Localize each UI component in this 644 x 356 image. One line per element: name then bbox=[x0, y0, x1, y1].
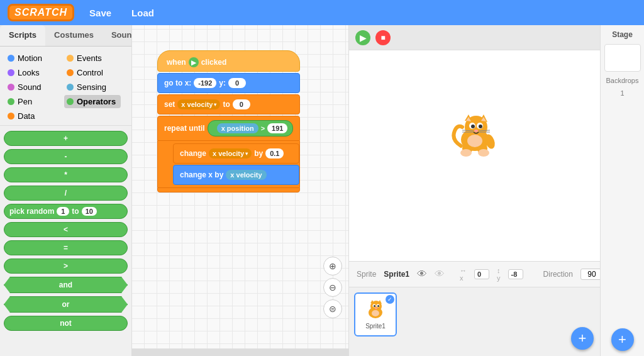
svg-point-18 bbox=[478, 149, 489, 157]
zoom-out-button[interactable]: ⊖ bbox=[323, 278, 342, 297]
pick-random-to[interactable]: 10 bbox=[82, 207, 97, 216]
go-to-xy-block[interactable]: go to x: -192 y: 0 bbox=[157, 73, 300, 93]
category-motion[interactable]: Motion bbox=[5, 52, 62, 65]
category-control[interactable]: Control bbox=[64, 66, 121, 79]
category-events[interactable]: Events bbox=[64, 52, 121, 65]
add-backdrop-button[interactable]: + bbox=[611, 328, 634, 351]
direction-label-text: Direction bbox=[543, 270, 573, 279]
save-button[interactable]: Save bbox=[84, 5, 116, 21]
svg-point-10 bbox=[474, 130, 478, 132]
category-data-label: Data bbox=[18, 111, 35, 121]
change-val-input[interactable]: 0.1 bbox=[265, 148, 284, 159]
stage-view[interactable] bbox=[349, 50, 600, 261]
repeat-until-label: repeat until bbox=[164, 124, 205, 133]
tab-scripts[interactable]: Scripts bbox=[0, 25, 45, 46]
main-layout: Scripts Costumes Sounds Motion Events Lo… bbox=[0, 25, 644, 356]
stop-button[interactable]: ■ bbox=[375, 30, 391, 45]
category-motion-label: Motion bbox=[18, 53, 42, 63]
set-variable-block[interactable]: set x velocity ▾ to 0 bbox=[157, 94, 300, 114]
greater-label: > bbox=[261, 125, 265, 132]
block-divide[interactable]: / bbox=[4, 186, 128, 201]
zoom-reset-button[interactable]: ⊜ bbox=[323, 299, 342, 318]
sprite-x-val[interactable]: 0 bbox=[474, 269, 489, 279]
category-sound-label: Sound bbox=[18, 82, 42, 92]
category-looks[interactable]: Looks bbox=[5, 66, 62, 79]
sprite-thumb-sprite1[interactable]: ✓ Sprite1 bbox=[354, 292, 397, 337]
script-area[interactable]: when ▶ clicked go to x: -192 y: 0 set x … bbox=[132, 25, 348, 356]
go-to-x-label: go to x: bbox=[164, 79, 191, 87]
repeat-until-top[interactable]: repeat until x position > 191 bbox=[157, 116, 300, 141]
show-eye-icon[interactable]: 👁 bbox=[417, 269, 427, 280]
category-operators-label: Operators bbox=[77, 97, 116, 106]
svg-point-30 bbox=[372, 310, 379, 316]
change-x-var[interactable]: x velocity bbox=[226, 170, 266, 180]
set-to-input[interactable]: 0 bbox=[233, 99, 250, 109]
category-operators[interactable]: Operators bbox=[64, 95, 121, 108]
script-horizontal-scrollbar[interactable] bbox=[132, 348, 348, 356]
change-x-by-block[interactable]: change x by x velocity bbox=[173, 165, 299, 185]
category-sensing[interactable]: Sensing bbox=[64, 81, 121, 94]
hide-eye-icon[interactable]: 👁 bbox=[435, 269, 445, 280]
category-list: Motion Events Looks Control Sound Sensin… bbox=[0, 47, 131, 126]
block-not[interactable]: not bbox=[4, 316, 128, 331]
threshold-input[interactable]: 191 bbox=[267, 123, 287, 133]
block-pick-random[interactable]: pick random 1 to 10 bbox=[4, 204, 128, 219]
pen-dot bbox=[8, 98, 14, 105]
tab-costumes[interactable]: Costumes bbox=[45, 25, 103, 46]
block-less-than[interactable]: < bbox=[4, 222, 128, 237]
block-equals[interactable]: = bbox=[4, 240, 128, 255]
change-x-by-label: change x by bbox=[180, 170, 223, 179]
svg-point-29 bbox=[375, 308, 377, 309]
change-var-dropdown[interactable]: x velocity ▾ bbox=[209, 148, 252, 159]
sprite-selected-check: ✓ bbox=[386, 295, 394, 304]
change-label: change bbox=[180, 149, 206, 158]
greater-than-label: > bbox=[64, 262, 68, 270]
category-pen[interactable]: Pen bbox=[5, 95, 62, 108]
category-sound[interactable]: Sound bbox=[5, 81, 62, 94]
change-variable-block[interactable]: change x velocity ▾ by 0.1 bbox=[173, 143, 299, 164]
category-events-label: Events bbox=[77, 53, 102, 63]
sprites-panel: ✓ Sprite1 + bbox=[349, 287, 600, 356]
go-to-x-input[interactable]: -192 bbox=[194, 78, 216, 88]
svg-point-17 bbox=[460, 149, 472, 157]
add-sprite-button[interactable]: + bbox=[571, 327, 594, 350]
go-to-y-input[interactable]: 0 bbox=[228, 78, 246, 88]
repeat-until-block[interactable]: repeat until x position > 191 change bbox=[157, 116, 300, 192]
and-label: and bbox=[59, 281, 72, 289]
scratch-logo[interactable]: SCRATCH bbox=[8, 4, 74, 21]
x-position-input[interactable]: x position bbox=[217, 123, 258, 133]
block-or[interactable]: or bbox=[4, 296, 128, 313]
pick-random-from[interactable]: 1 bbox=[57, 207, 69, 216]
variable-dropdown[interactable]: x velocity ▾ bbox=[177, 99, 220, 109]
sensing-dot bbox=[67, 84, 74, 91]
load-button[interactable]: Load bbox=[126, 5, 159, 21]
stage-thumbnail[interactable] bbox=[604, 44, 641, 72]
svg-point-8 bbox=[471, 125, 475, 128]
cat-sprite bbox=[450, 113, 500, 157]
script-stack: when ▶ clicked go to x: -192 y: 0 set x … bbox=[157, 50, 300, 192]
pick-random-label: pick random bbox=[9, 207, 54, 216]
svg-point-27 bbox=[374, 305, 375, 307]
condition-block[interactable]: x position > 191 bbox=[208, 120, 294, 136]
left-panel: Scripts Costumes Sounds Motion Events Lo… bbox=[0, 25, 132, 356]
less-than-label: < bbox=[64, 225, 68, 234]
block-and[interactable]: and bbox=[4, 277, 128, 293]
sprite-y-val[interactable]: -8 bbox=[508, 269, 523, 279]
category-control-label: Control bbox=[77, 68, 103, 77]
svg-point-9 bbox=[479, 125, 482, 128]
sprite-label-text: Sprite bbox=[357, 270, 376, 279]
green-flag-button[interactable]: ▶ bbox=[355, 30, 370, 45]
block-minus[interactable]: - bbox=[4, 149, 128, 164]
svg-point-20 bbox=[467, 135, 482, 147]
category-data[interactable]: Data bbox=[5, 109, 128, 123]
flag-icon: ▶ bbox=[189, 57, 199, 67]
when-flag-clicked-block[interactable]: when ▶ clicked bbox=[157, 50, 300, 72]
block-multiply[interactable]: * bbox=[4, 167, 128, 182]
go-to-y-label: y: bbox=[219, 79, 226, 87]
zoom-in-button[interactable]: ⊕ bbox=[323, 257, 342, 275]
block-plus[interactable]: + bbox=[4, 131, 128, 146]
blocks-container: when ▶ clicked go to x: -192 y: 0 set x … bbox=[157, 50, 300, 192]
category-pen-label: Pen bbox=[18, 97, 32, 106]
block-greater-than[interactable]: > bbox=[4, 259, 128, 274]
operators-dot bbox=[67, 98, 74, 105]
